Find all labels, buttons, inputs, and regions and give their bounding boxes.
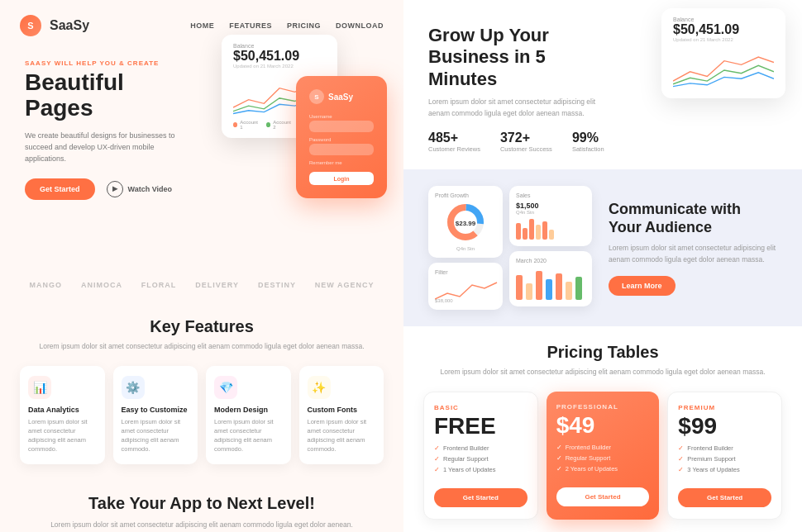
- sales-title: Sales: [516, 192, 585, 198]
- svg-rect-6: [526, 283, 532, 300]
- fonts-title: Custom Fonts: [308, 406, 376, 414]
- brands-section: MANGO Animoca floral DELIVERY DESTINY NE…: [0, 266, 403, 304]
- logo-icon: S: [20, 15, 41, 36]
- filter-title: Filter: [435, 269, 496, 275]
- hero-mockup: Balance $50,451.09 Updated on 21 March 2…: [205, 35, 387, 241]
- login-btn[interactable]: Login: [309, 172, 374, 185]
- analytics-desc: Lorem ipsum dolor sit amet consectetur a…: [28, 417, 97, 454]
- communicate-title: Communicate with Your Audience: [609, 201, 777, 236]
- svg-rect-5: [516, 275, 523, 300]
- profit-title: Profit Growth: [435, 192, 496, 198]
- filter-chart: Filter $38,000: [428, 263, 503, 310]
- nav-download[interactable]: DOWNLOAD: [336, 21, 384, 30]
- stat-satisfaction-label: Satisfaction: [572, 145, 604, 153]
- stat-satisfaction: 99% Satisfaction: [572, 131, 604, 153]
- play-icon: ▶: [107, 181, 123, 197]
- march-title: March 2020: [516, 258, 585, 264]
- hero-tag: SAASY WILL HELP YOU & CREATE: [25, 59, 189, 67]
- pricing-title: Pricing Tables: [423, 343, 782, 362]
- premium-plan-name: PREMIUM: [678, 404, 771, 411]
- customize-icon: ⚙️: [122, 376, 145, 399]
- pro-plan-name: PROFESSIONAL: [556, 403, 650, 411]
- fonts-icon: ✨: [308, 376, 331, 399]
- balance-updated: Updated on 21 March 2022: [233, 64, 326, 69]
- pro-feature-2: ✓Regular Support: [556, 454, 650, 462]
- next-level-section: Take Your App to Next Level! Lorem ipsum…: [0, 477, 403, 532]
- features-section: Key Features Lorem ipsum dolor sit amet …: [0, 304, 403, 477]
- next-level-desc: Lorem ipsum dolor sit amet consectetur a…: [20, 520, 384, 531]
- analytics-title: Data Analytics: [28, 406, 97, 414]
- premium-get-started-button[interactable]: Get Started: [678, 488, 771, 507]
- analytics-icon: 📊: [28, 376, 51, 399]
- communicate-desc: Lorem ipsum dolor sit amet consectetur a…: [609, 243, 777, 265]
- pricing-section: Pricing Tables Lorem ipsum dolor sit ame…: [403, 326, 802, 532]
- right-panel: Grow Up Your Business in 5 Minutes Lorem…: [403, 0, 802, 532]
- features-grid: 📊 Data Analytics Lorem ipsum dolor sit a…: [20, 366, 384, 464]
- basic-plan-name: BASIC: [434, 404, 528, 411]
- premium-feature-2: ✓Premium Support: [678, 455, 771, 463]
- balance-label: Balance: [233, 43, 326, 49]
- right-balance-label: Balance: [673, 17, 774, 22]
- password-field: [309, 144, 374, 155]
- brand-destiny: DESTINY: [258, 281, 296, 289]
- pro-feature-1: ✓Frontend Builder: [556, 444, 650, 451]
- right-balance-chart: [673, 49, 774, 90]
- customize-title: Easy to Customize: [122, 406, 190, 414]
- brand-mango: MANGO: [29, 281, 62, 289]
- right-dashboard: Balance $50,451.09 Updated on 21 March 2…: [661, 8, 785, 98]
- sales-amount: $1,500: [516, 202, 585, 210]
- premium-feature-1: ✓Frontend Builder: [678, 444, 771, 452]
- feature-data-analytics: 📊 Data Analytics Lorem ipsum dolor sit a…: [20, 366, 105, 464]
- stat-success-label: Customer Success: [500, 145, 552, 153]
- modern-icon: 💎: [214, 376, 237, 399]
- right-balance-updated: Updated on 21 March 2022: [673, 37, 774, 42]
- basic-plan: BASIC FREE ✓Frontend Builder ✓Regular Su…: [423, 392, 538, 520]
- learn-more-button[interactable]: Learn More: [609, 276, 675, 296]
- grow-desc: Lorem ipsum dolor sit amet consectetur a…: [428, 97, 610, 119]
- profit-chart: Profit Growth $23.99 Q4n Stn: [428, 186, 503, 258]
- feature-customize: ⚙️ Easy to Customize Lorem ipsum dolor s…: [113, 366, 198, 464]
- feature-fonts: ✨ Custom Fonts Lorem ipsum dolor sit ame…: [299, 366, 384, 464]
- svg-rect-11: [575, 277, 582, 300]
- hero-buttons: Get Started ▶ Watch Video: [25, 178, 189, 200]
- charts-mockup: Profit Growth $23.99 Q4n Stn Filter: [428, 186, 592, 310]
- premium-plan: PREMIUM $99 ✓Frontend Builder ✓Premium S…: [667, 392, 782, 520]
- modern-title: Modern Design: [214, 406, 283, 414]
- stat-success: 372+ Customer Success: [500, 131, 552, 153]
- basic-plan-price: FREE: [434, 415, 528, 438]
- svg-text:$38,000: $38,000: [435, 298, 453, 303]
- fonts-desc: Lorem ipsum dolor sit amet consectetur a…: [308, 417, 376, 454]
- pro-feature-3: ✓2 Years of Updates: [556, 465, 650, 473]
- grow-section: Grow Up Your Business in 5 Minutes Lorem…: [403, 0, 802, 169]
- brand-animoca: Animoca: [81, 281, 122, 289]
- pro-get-started-button[interactable]: Get Started: [556, 487, 650, 506]
- features-desc: Lorem ipsum dolor sit amet consectetur a…: [20, 341, 384, 353]
- nav-features[interactable]: FEATURES: [229, 21, 272, 30]
- stat-success-num: 372+: [500, 131, 552, 145]
- get-started-button[interactable]: Get Started: [25, 178, 95, 200]
- username-field: [309, 121, 374, 132]
- basic-feature-2: ✓Regular Support: [434, 455, 528, 463]
- login-card: S SaaSy Username Password Remember me Lo…: [296, 76, 387, 198]
- sales-chart: Sales $1,500 Q4n Stn: [509, 186, 592, 246]
- modern-desc: Lorem ipsum dolor sit amet consectetur a…: [214, 417, 283, 454]
- svg-text:$23.99: $23.99: [456, 220, 476, 227]
- stats-row: 485+ Customer Reviews 372+ Customer Succ…: [428, 131, 777, 153]
- stat-reviews-label: Customer Reviews: [428, 145, 480, 153]
- balance-amount: $50,451.09: [233, 49, 326, 64]
- pro-plan-price: $49: [556, 414, 650, 437]
- watch-video-button[interactable]: ▶ Watch Video: [107, 181, 173, 197]
- left-panel: S SaaSy HOME FEATURES PRICING DOWNLOAD S…: [0, 0, 403, 532]
- svg-rect-10: [566, 282, 572, 300]
- nav-home[interactable]: HOME: [190, 21, 214, 30]
- march-chart: March 2020: [509, 251, 592, 306]
- hero-section: SAASY WILL HELP YOU & CREATE Beautiful P…: [0, 51, 403, 266]
- nav-links: HOME FEATURES PRICING DOWNLOAD: [190, 21, 384, 30]
- features-title: Key Features: [20, 317, 384, 336]
- brand-floral: floral: [141, 281, 177, 289]
- nav-pricing[interactable]: PRICING: [287, 21, 321, 30]
- feature-modern: 💎 Modern Design Lorem ipsum dolor sit am…: [206, 366, 291, 464]
- basic-get-started-button[interactable]: Get Started: [434, 488, 528, 507]
- right-balance-amount: $50,451.09: [673, 22, 774, 37]
- hero-desc: We create beautiful designs for business…: [25, 130, 189, 165]
